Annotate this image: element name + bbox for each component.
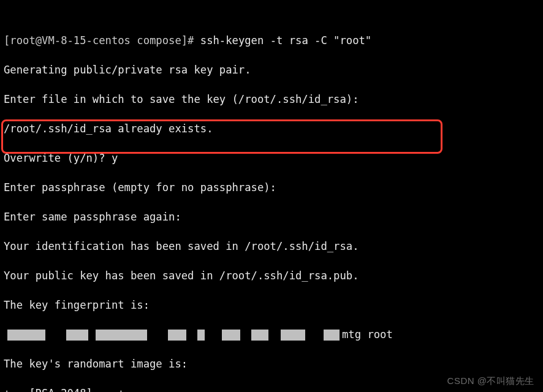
censor-block xyxy=(324,330,340,341)
censor-block xyxy=(96,330,147,341)
prompt-space xyxy=(131,34,137,47)
output-line: Enter file in which to save the key (/ro… xyxy=(4,92,539,107)
terminal-window[interactable]: [root@VM-8-15-centos compose]# ssh-keyge… xyxy=(0,0,543,392)
censor-block xyxy=(197,330,205,341)
output-line-saved-pub: Your public key has been saved in /root/… xyxy=(4,268,539,283)
prompt-cwd: compose xyxy=(137,34,181,47)
censor-block xyxy=(7,330,45,341)
shell-prompt-line-1[interactable]: [root@VM-8-15-centos compose]# ssh-keyge… xyxy=(4,33,539,48)
redacted-fingerprint-line: mtg root xyxy=(4,327,539,342)
output-line: Overwrite (y/n)? y xyxy=(4,151,539,165)
fingerprint-suffix: mtg root xyxy=(342,327,393,342)
censor-block xyxy=(281,330,305,341)
censor-block xyxy=(251,330,268,341)
censor-block xyxy=(66,330,88,341)
output-line: Enter passphrase (empty for no passphras… xyxy=(4,180,539,195)
output-line: /root/.ssh/id_rsa already exists. xyxy=(4,121,539,136)
output-line: Generating public/private rsa key pair. xyxy=(4,62,539,77)
prompt-userhost: root@VM-8-15-centos xyxy=(10,34,131,47)
censor-block xyxy=(222,330,240,341)
output-line: The key fingerprint is: xyxy=(4,298,539,312)
watermark-text: CSDN @不叫猫先生 xyxy=(447,375,534,387)
prompt-bracket-open: [ xyxy=(4,34,10,47)
output-line: The key's randomart image is: xyxy=(4,356,539,371)
prompt-bracket-close: ]# xyxy=(181,34,200,47)
censor-block xyxy=(168,330,186,341)
output-line-saved-id: Your identification has been saved in /r… xyxy=(4,239,539,254)
command-text: ssh-keygen -t rsa -C "root" xyxy=(200,34,371,47)
output-line: Enter same passphrase again: xyxy=(4,209,539,224)
